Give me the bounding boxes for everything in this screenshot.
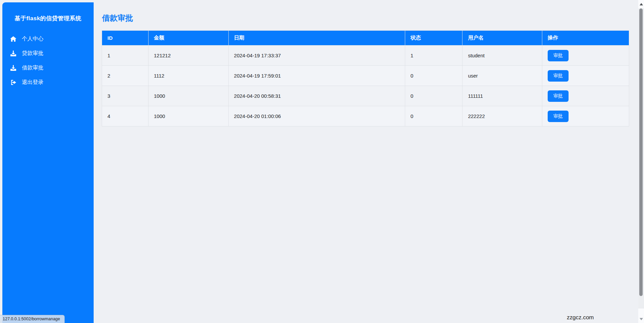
- sidebar-menu: 个人中心 贷款审批 借款审批 退出登录: [2, 32, 94, 90]
- cell-amount: 1000: [148, 86, 228, 106]
- sidebar-item-borrow-approval[interactable]: 借款审批: [2, 61, 94, 75]
- cell-username: 222222: [462, 106, 542, 126]
- cell-status: 0: [405, 106, 462, 126]
- cell-status: 0: [405, 66, 462, 86]
- scroll-up-button[interactable]: [638, 0, 644, 8]
- column-header-amount: 金额: [148, 31, 228, 46]
- cell-date: 2024-04-20 01:00:06: [228, 106, 405, 126]
- borrow-table: ID 金额 日期 状态 用户名 操作 1 121212 2024-04-19 1…: [102, 30, 629, 126]
- cell-id: 4: [102, 106, 149, 126]
- table-header-row: ID 金额 日期 状态 用户名 操作: [102, 31, 629, 46]
- home-icon: [10, 36, 17, 42]
- app-title: 基于flask的信贷管理系统: [2, 2, 94, 22]
- scroll-down-button[interactable]: [638, 309, 644, 323]
- download-icon: [10, 65, 17, 71]
- sidebar-item-personal-center[interactable]: 个人中心: [2, 32, 94, 46]
- borrow-table-wrapper: ID 金额 日期 状态 用户名 操作 1 121212 2024-04-19 1…: [102, 30, 629, 126]
- cell-date: 2024-04-20 00:58:31: [228, 86, 405, 106]
- column-header-id: ID: [102, 31, 149, 46]
- cell-action: 审批: [542, 66, 629, 86]
- cell-action: 审批: [542, 106, 629, 126]
- column-header-action: 操作: [542, 31, 629, 46]
- cell-id: 2: [102, 66, 149, 86]
- table-row: 3 1000 2024-04-20 00:58:31 0 111111 审批: [102, 86, 629, 106]
- cell-status: 0: [405, 86, 462, 106]
- table-row: 1 121212 2024-04-19 17:33:37 1 student 审…: [102, 46, 629, 66]
- column-header-date: 日期: [228, 31, 405, 46]
- sign-out-icon: [10, 80, 17, 86]
- chevron-down-icon: [640, 318, 643, 320]
- chevron-up-icon: [640, 3, 643, 5]
- cell-action: 审批: [542, 86, 629, 106]
- cell-id: 1: [102, 46, 149, 66]
- sidebar-item-label: 退出登录: [22, 79, 43, 86]
- vertical-scrollbar[interactable]: [638, 0, 644, 323]
- table-row: 2 1112 2024-04-19 17:59:01 0 user 审批: [102, 66, 629, 86]
- approve-button[interactable]: 审批: [548, 90, 569, 102]
- sidebar-item-logout[interactable]: 退出登录: [2, 75, 94, 90]
- cell-status: 1: [405, 46, 462, 66]
- column-header-status: 状态: [405, 31, 462, 46]
- cell-username: 111111: [462, 86, 542, 106]
- cell-date: 2024-04-19 17:33:37: [228, 46, 405, 66]
- sidebar-item-loan-approval[interactable]: 贷款审批: [2, 46, 94, 61]
- scrollbar-thumb[interactable]: [639, 8, 643, 296]
- cell-amount: 1112: [148, 66, 228, 86]
- watermark-text: zzgcz.com: [567, 314, 594, 321]
- download-icon: [10, 51, 17, 57]
- sidebar-item-label: 个人中心: [22, 35, 43, 42]
- cell-id: 3: [102, 86, 149, 106]
- column-header-username: 用户名: [462, 31, 542, 46]
- cell-action: 审批: [542, 46, 629, 66]
- cell-amount: 121212: [148, 46, 228, 66]
- approve-button[interactable]: 审批: [548, 111, 569, 122]
- status-url-bubble: 127.0.0.1:5002/borrowmanage: [0, 315, 65, 323]
- table-row: 4 1000 2024-04-20 01:00:06 0 222222 审批: [102, 106, 629, 126]
- main-content: 借款审批 ID 金额 日期 状态 用户名 操作 1 12121: [94, 0, 638, 323]
- cell-date: 2024-04-19 17:59:01: [228, 66, 405, 86]
- sidebar: 基于flask的信贷管理系统 个人中心 贷款审批 借款审批 退出登录: [2, 2, 94, 323]
- approve-button[interactable]: 审批: [548, 50, 569, 61]
- sidebar-item-label: 贷款审批: [22, 50, 43, 57]
- cell-username: student: [462, 46, 542, 66]
- cell-amount: 1000: [148, 106, 228, 126]
- page-title: 借款审批: [102, 13, 629, 23]
- cell-username: user: [462, 66, 542, 86]
- approve-button[interactable]: 审批: [548, 70, 569, 82]
- sidebar-item-label: 借款审批: [22, 64, 43, 71]
